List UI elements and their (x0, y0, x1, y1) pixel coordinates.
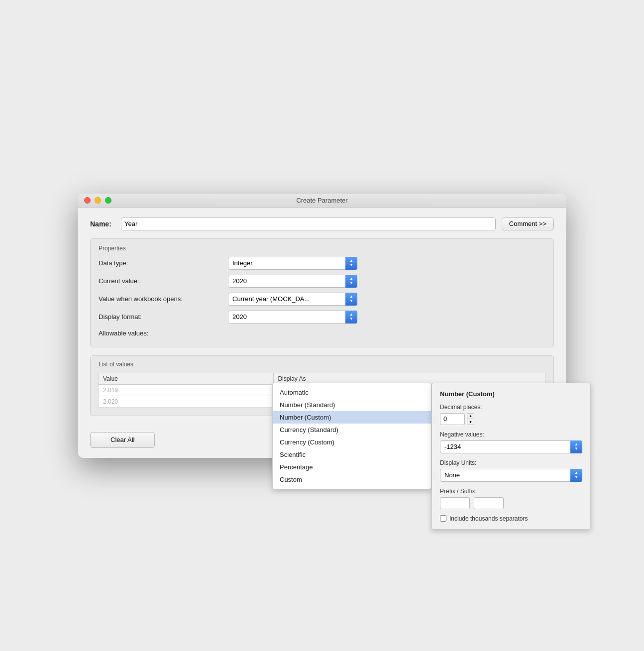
maximize-button[interactable] (105, 197, 111, 204)
prefix-suffix-row (440, 497, 582, 509)
comment-button[interactable]: Comment >> (502, 217, 554, 230)
create-parameter-dialog: Create Parameter Name: Comment >> Proper… (78, 194, 566, 458)
custom-panel-title: Number (Custom) (440, 390, 582, 398)
clear-all-button[interactable]: Clear All (90, 432, 155, 448)
properties-label: Properties (99, 245, 545, 252)
workbook-opens-select[interactable]: Current year (MOCK_DA... (228, 293, 357, 306)
titlebar-buttons (84, 197, 111, 204)
allowable-values-label: Allowable values: (99, 328, 228, 337)
display-format-row: Display format: 2020 ▲ ▼ (99, 311, 545, 324)
data-type-row: Data type: Integer ▲ ▼ (99, 257, 545, 270)
prefix-suffix-label: Prefix / Suffix: (440, 488, 582, 495)
number-custom-panel: Number (Custom) Decimal places: ▲ ▼ Nega… (431, 383, 591, 530)
minimize-button[interactable] (95, 197, 101, 204)
data-type-select-wrapper: Integer ▲ ▼ (228, 257, 357, 270)
decimal-places-row: ▲ ▼ (440, 413, 582, 425)
negative-values-select[interactable]: -1234 (440, 440, 582, 453)
current-value-select[interactable]: 2020 (228, 275, 357, 288)
name-row: Name: Comment >> (90, 217, 554, 230)
stepper-up[interactable]: ▲ (467, 414, 474, 420)
value-cell: 2.020 (99, 396, 274, 407)
decimal-places-input[interactable] (440, 413, 465, 425)
current-value-select-wrapper: 2020 ▲ ▼ (228, 275, 357, 288)
dropdown-item-custom[interactable]: Custom (273, 473, 431, 486)
thousands-label: Include thousands separators (449, 515, 528, 522)
current-value-row: Current value: 2020 ▲ ▼ (99, 275, 545, 288)
dropdown-item-automatic[interactable]: Automatic (273, 386, 431, 399)
decimal-places-field: Decimal places: ▲ ▼ (440, 404, 582, 425)
workbook-opens-select-wrapper: Current year (MOCK_DA... ▲ ▼ (228, 293, 357, 306)
dropdown-item-number-standard[interactable]: Number (Standard) (273, 399, 431, 411)
current-value-label: Current value: (99, 277, 228, 285)
data-type-label: Data type: (99, 259, 228, 267)
prefix-input[interactable] (440, 497, 470, 509)
titlebar: Create Parameter (78, 194, 566, 208)
stepper-down[interactable]: ▼ (467, 419, 474, 425)
properties-section: Properties Data type: Integer ▲ ▼ Curren… (90, 238, 554, 347)
value-cell: 2.019 (99, 384, 274, 396)
thousands-checkbox[interactable] (440, 515, 446, 522)
name-input[interactable] (121, 217, 496, 230)
negative-values-label: Negative values: (440, 431, 582, 438)
display-units-wrapper: None ▲ ▼ (440, 469, 582, 482)
list-of-values-label: List of values (99, 361, 545, 368)
dropdown-item-currency-standard[interactable]: Currency (Standard) (273, 424, 431, 436)
dropdown-item-currency-custom[interactable]: Currency (Custom) (273, 436, 431, 448)
allowable-values-row: Allowable values: (99, 328, 545, 337)
format-dropdown: Automatic Number (Standard) Number (Cust… (272, 383, 431, 489)
suffix-input[interactable] (474, 497, 504, 509)
display-format-select[interactable]: 2020 (228, 311, 357, 324)
negative-values-wrapper: -1234 ▲ ▼ (440, 440, 582, 453)
negative-values-field: Negative values: -1234 ▲ ▼ (440, 431, 582, 453)
workbook-opens-label: Value when workbook opens: (99, 295, 228, 303)
decimal-stepper[interactable]: ▲ ▼ (467, 413, 474, 425)
name-label: Name: (90, 220, 115, 228)
thousands-row: Include thousands separators (440, 515, 582, 522)
data-type-select[interactable]: Integer (228, 257, 357, 270)
prefix-suffix-field: Prefix / Suffix: (440, 488, 582, 509)
display-format-select-wrapper: 2020 ▲ ▼ (228, 311, 357, 324)
display-units-field: Display Units: None ▲ ▼ (440, 459, 582, 482)
display-format-label: Display format: (99, 313, 228, 321)
value-column-header: Value (99, 373, 274, 384)
dialog-title: Create Parameter (296, 197, 347, 204)
dropdown-item-number-custom[interactable]: Number (Custom) (273, 411, 431, 424)
display-units-select[interactable]: None (440, 469, 582, 482)
dropdown-item-percentage[interactable]: Percentage (273, 461, 431, 473)
workbook-opens-row: Value when workbook opens: Current year … (99, 293, 545, 306)
dropdown-item-scientific[interactable]: Scientific (273, 448, 431, 461)
display-units-label: Display Units: (440, 459, 582, 466)
close-button[interactable] (84, 197, 91, 204)
decimal-places-label: Decimal places: (440, 404, 582, 411)
